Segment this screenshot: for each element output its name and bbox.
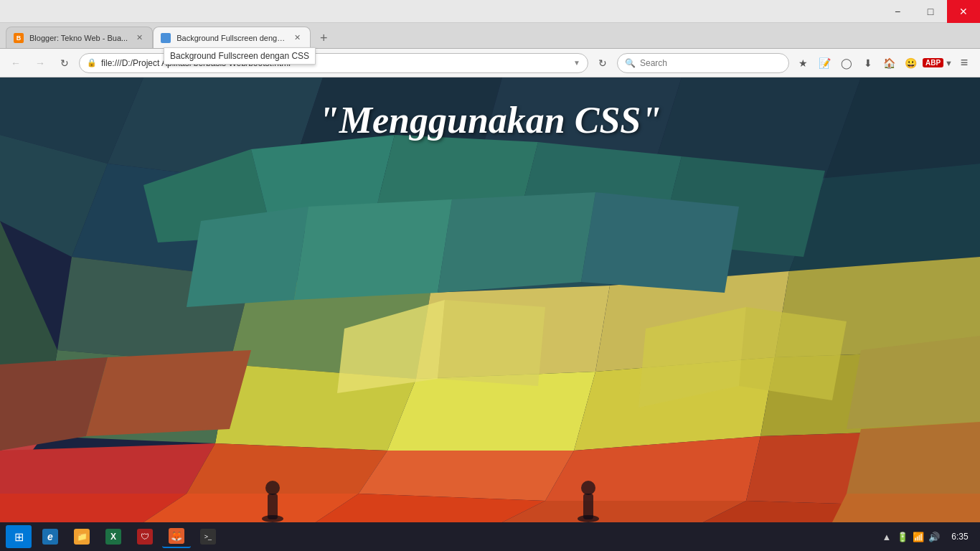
search-icon: 🔍	[625, 58, 636, 68]
toolbar-icons: ★ 📝 ◯ ⬇ 🏠 😀 ABP ▼ ≡	[793, 53, 974, 73]
address-bar-input[interactable]: 🔒 file:///D:/Project Aplikasi berbasis W…	[79, 53, 588, 73]
system-tray: ▲ 🔋 📶 🔊	[880, 529, 941, 544]
home-button[interactable]: 🏠	[880, 53, 900, 73]
svg-marker-46	[847, 336, 980, 429]
tab-favicon-blogger: B	[14, 33, 24, 43]
abp-dropdown[interactable]: ▼	[945, 59, 953, 67]
page-main-title: "Menggunakan CSS"	[319, 99, 661, 141]
title-bar: − □ ✕	[0, 0, 980, 23]
security-icon: 🛡	[137, 529, 153, 545]
refresh-button[interactable]: ↻	[55, 53, 75, 73]
reload-button[interactable]: ↻	[593, 53, 613, 73]
browser-window: − □ ✕ B Blogger: Tekno Web - Bua... ✕ Ba…	[0, 0, 980, 522]
tab-favicon-file	[161, 33, 171, 43]
tab-tooltip: Background Fullscreen dengan CSS	[164, 47, 316, 65]
tab-bar: B Blogger: Tekno Web - Bua... ✕ Backgrou…	[0, 23, 980, 49]
close-button[interactable]: ✕	[947, 0, 980, 23]
address-dropdown-icon[interactable]: ▼	[573, 59, 580, 67]
minimize-button[interactable]: −	[881, 0, 914, 23]
firefox-icon: 🦊	[169, 528, 184, 544]
search-input[interactable]	[640, 58, 781, 68]
svg-marker-50	[438, 300, 545, 386]
start-button[interactable]: ⊞	[6, 525, 32, 548]
terminal-icon: >_	[200, 529, 216, 545]
tab-close-fullscreen[interactable]: ✕	[291, 32, 303, 44]
svg-marker-52	[739, 307, 847, 400]
adblock-plus-button[interactable]: ABP	[923, 58, 943, 67]
taskbar-apps: e 📁 X 🛡 🦊 >_	[36, 525, 880, 548]
bookmark-star-button[interactable]: ★	[793, 53, 814, 73]
taskbar-app-explorer[interactable]: 📁	[67, 525, 96, 548]
menu-button[interactable]: ≡	[954, 53, 974, 73]
taskbar: ⊞ e 📁 X 🛡 🦊 >_ ▲ 🔋 📶 🔊 6:35	[0, 522, 980, 551]
svg-rect-57	[583, 494, 593, 519]
address-bar: ← → ↻ 🔒 file:///D:/Project Aplikasi berb…	[0, 49, 980, 77]
svg-marker-42	[438, 192, 595, 293]
svg-marker-19	[387, 372, 595, 451]
svg-marker-45	[86, 350, 251, 436]
new-tab-button[interactable]: +	[314, 28, 334, 48]
taskbar-app-security[interactable]: 🛡	[131, 525, 159, 548]
svg-marker-43	[581, 192, 739, 293]
reader-mode-button[interactable]: 📝	[815, 53, 835, 73]
tab-label-blogger: Blogger: Tekno Web - Bua...	[29, 34, 128, 42]
taskbar-app-terminal[interactable]: >_	[194, 525, 222, 548]
network-icon[interactable]: 📶	[911, 529, 925, 544]
window-controls: − □ ✕	[881, 0, 980, 23]
svg-marker-40	[187, 207, 308, 307]
taskbar-app-excel[interactable]: X	[99, 525, 128, 548]
system-clock: 6:35	[946, 532, 974, 542]
svg-rect-54	[268, 494, 278, 519]
tab-fullscreen[interactable]: Background Fullscreen denga... ✕	[153, 27, 311, 48]
pocket-button[interactable]: ◯	[837, 53, 857, 73]
explorer-icon: 📁	[74, 529, 90, 545]
ie-icon: e	[42, 529, 58, 545]
tray-arrow-icon[interactable]: ▲	[880, 529, 894, 544]
excel-icon: X	[105, 529, 121, 545]
volume-icon[interactable]: 🔊	[927, 529, 941, 544]
maximize-button[interactable]: □	[914, 0, 947, 23]
taskbar-right: ▲ 🔋 📶 🔊 6:35	[880, 529, 974, 544]
taskbar-app-ie[interactable]: e	[36, 525, 65, 548]
tab-label-fullscreen: Background Fullscreen denga...	[176, 34, 286, 42]
avatar-button[interactable]: 😀	[901, 53, 921, 73]
windows-icon: ⊞	[14, 530, 24, 544]
forward-button[interactable]: →	[30, 53, 50, 73]
svg-point-55	[265, 481, 280, 495]
search-bar[interactable]: 🔍	[617, 53, 789, 73]
tab-blogger[interactable]: B Blogger: Tekno Web - Bua... ✕	[6, 27, 153, 48]
battery-icon[interactable]: 🔋	[895, 529, 910, 544]
taskbar-app-firefox[interactable]: 🦊	[162, 525, 191, 548]
download-button[interactable]: ⬇	[858, 53, 878, 73]
webpage-content: "Menggunakan CSS"	[0, 77, 980, 522]
back-button[interactable]: ←	[6, 53, 26, 73]
tab-close-blogger[interactable]: ✕	[133, 32, 145, 44]
svg-marker-41	[294, 199, 452, 300]
svg-point-58	[581, 481, 595, 495]
lock-icon: 🔒	[87, 58, 97, 67]
